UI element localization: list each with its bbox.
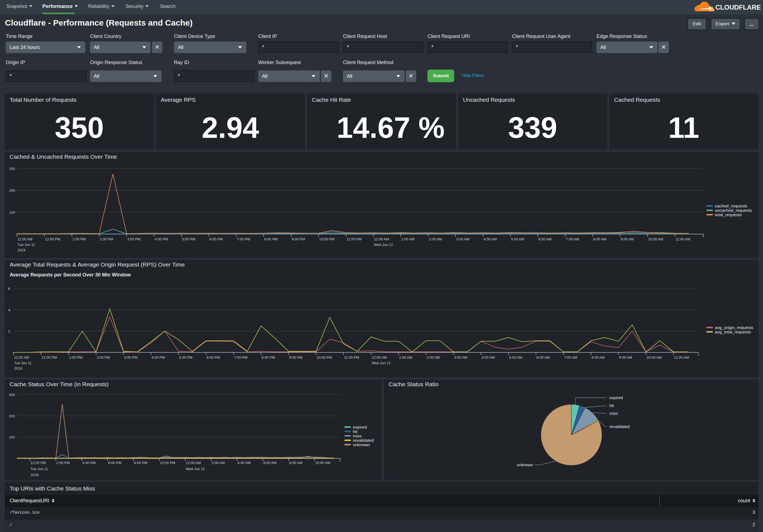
svg-text:2:00 AM: 2:00 AM	[212, 461, 225, 465]
svg-text:5:00 PM: 5:00 PM	[179, 355, 192, 360]
svg-text:2: 2	[8, 329, 10, 333]
svg-text:9:00 PM: 9:00 PM	[292, 237, 305, 241]
svg-text:unknown: unknown	[353, 442, 370, 447]
svg-text:12:00 AM: 12:00 AM	[186, 461, 201, 465]
svg-text:expired: expired	[353, 425, 367, 429]
svg-text:11:00 AM: 11:00 AM	[14, 355, 29, 360]
svg-text:6:00 PM: 6:00 PM	[108, 461, 121, 465]
svg-text:7:00 AM: 7:00 AM	[564, 355, 577, 360]
svg-text:1:00 AM: 1:00 AM	[399, 355, 412, 360]
svg-text:7:00 AM: 7:00 AM	[566, 237, 579, 241]
svg-text:10:00 PM: 10:00 PM	[319, 237, 334, 241]
svg-text:2:00 AM: 2:00 AM	[429, 237, 442, 241]
svg-text:4:00 PM: 4:00 PM	[152, 355, 165, 360]
svg-text:2:00 PM: 2:00 PM	[97, 355, 110, 360]
svg-text:6:00 AM: 6:00 AM	[264, 461, 276, 465]
svg-text:4: 4	[8, 308, 10, 312]
svg-text:1:00 PM: 1:00 PM	[69, 355, 82, 360]
svg-text:Tue Jun 11: Tue Jun 11	[18, 243, 35, 247]
svg-text:200: 200	[9, 188, 15, 193]
svg-text:10:00 AM: 10:00 AM	[647, 355, 662, 360]
svg-text:300: 300	[9, 393, 15, 397]
svg-text:12:00 PM: 12:00 PM	[31, 461, 46, 465]
svg-text:12:00 PM: 12:00 PM	[42, 355, 57, 360]
svg-text:8:00 PM: 8:00 PM	[134, 461, 147, 465]
svg-text:8:00 AM: 8:00 AM	[592, 355, 605, 360]
svg-text:6:00 AM: 6:00 AM	[538, 237, 552, 241]
svg-text:7:00 PM: 7:00 PM	[237, 237, 250, 241]
svg-text:6:00 AM: 6:00 AM	[536, 355, 550, 360]
svg-text:9:00 AM: 9:00 AM	[621, 237, 634, 241]
svg-text:11:00 AM: 11:00 AM	[674, 355, 689, 360]
svg-text:11:00 AM: 11:00 AM	[676, 237, 690, 241]
svg-text:1:00 PM: 1:00 PM	[72, 237, 86, 241]
svg-text:4:00 AM: 4:00 AM	[238, 461, 251, 465]
svg-text:200: 200	[9, 414, 15, 418]
svg-text:Wed Jun 12: Wed Jun 12	[374, 243, 393, 247]
svg-text:miss: miss	[353, 433, 362, 438]
svg-text:5:00 AM: 5:00 AM	[511, 237, 524, 241]
svg-text:2:00 AM: 2:00 AM	[427, 355, 440, 360]
svg-text:1:00 AM: 1:00 AM	[401, 237, 414, 241]
svg-text:hit: hit	[609, 403, 614, 408]
svg-text:9:00 PM: 9:00 PM	[289, 355, 302, 360]
svg-text:6: 6	[8, 287, 10, 291]
svg-text:2:00 PM: 2:00 PM	[100, 237, 113, 241]
svg-text:Wed Jun 12: Wed Jun 12	[186, 467, 205, 471]
svg-text:12:00 AM: 12:00 AM	[372, 355, 387, 360]
svg-text:2:00 PM: 2:00 PM	[56, 461, 70, 465]
svg-text:5:00 PM: 5:00 PM	[182, 237, 195, 241]
svg-text:uncached_requests: uncached_requests	[715, 208, 752, 213]
svg-text:3:00 AM: 3:00 AM	[454, 355, 467, 360]
svg-text:2019: 2019	[31, 473, 39, 477]
svg-text:3:00 PM: 3:00 PM	[124, 355, 137, 360]
svg-text:8:00 PM: 8:00 PM	[262, 355, 275, 360]
svg-text:12:00 AM: 12:00 AM	[374, 237, 389, 241]
svg-text:3:00 PM: 3:00 PM	[127, 237, 140, 241]
svg-text:4:00 PM: 4:00 PM	[155, 237, 168, 241]
svg-text:12:00 PM: 12:00 PM	[45, 237, 60, 241]
svg-text:Tue Jun 11: Tue Jun 11	[31, 467, 48, 471]
svg-text:miss: miss	[609, 411, 618, 416]
svg-text:10:00 PM: 10:00 PM	[317, 355, 332, 360]
svg-text:4:00 PM: 4:00 PM	[82, 461, 95, 465]
svg-text:avg_origin_requests: avg_origin_requests	[715, 325, 753, 330]
svg-text:2019: 2019	[18, 248, 26, 252]
svg-text:revalidated: revalidated	[353, 438, 374, 443]
svg-text:11:00 PM: 11:00 PM	[344, 355, 359, 360]
svg-text:8:00 PM: 8:00 PM	[264, 237, 277, 241]
svg-text:total_requests: total_requests	[715, 212, 742, 217]
svg-text:11:00 AM: 11:00 AM	[18, 237, 33, 241]
svg-text:avg_total_requests: avg_total_requests	[715, 329, 751, 334]
svg-text:100: 100	[9, 435, 15, 439]
svg-text:hit: hit	[353, 429, 358, 434]
svg-text:expired: expired	[609, 395, 623, 400]
svg-text:11:00 PM: 11:00 PM	[347, 237, 362, 241]
svg-text:2019: 2019	[14, 366, 22, 371]
svg-text:cached_requests: cached_requests	[715, 204, 747, 208]
svg-text:10:00 AM: 10:00 AM	[315, 461, 330, 465]
svg-text:revalidated: revalidated	[609, 424, 629, 429]
svg-text:Tue Jun 11: Tue Jun 11	[14, 361, 32, 365]
svg-text:unknown: unknown	[517, 462, 533, 467]
svg-text:4:00 AM: 4:00 AM	[482, 355, 495, 360]
svg-text:7:00 PM: 7:00 PM	[234, 355, 247, 360]
svg-text:5:00 AM: 5:00 AM	[509, 355, 522, 360]
svg-text:100: 100	[9, 211, 15, 215]
svg-text:8:00 AM: 8:00 AM	[289, 461, 302, 465]
svg-text:Wed Jun 12: Wed Jun 12	[372, 361, 390, 365]
svg-text:3:00 AM: 3:00 AM	[456, 237, 469, 241]
svg-text:4:00 AM: 4:00 AM	[484, 237, 497, 241]
svg-text:6:00 PM: 6:00 PM	[209, 237, 223, 241]
svg-text:10:00 AM: 10:00 AM	[648, 237, 663, 241]
svg-text:8:00 AM: 8:00 AM	[593, 237, 606, 241]
svg-text:9:00 AM: 9:00 AM	[619, 355, 632, 360]
svg-text:6:00 PM: 6:00 PM	[207, 355, 220, 360]
svg-text:10:00 PM: 10:00 PM	[160, 461, 175, 465]
svg-text:300: 300	[9, 167, 15, 171]
